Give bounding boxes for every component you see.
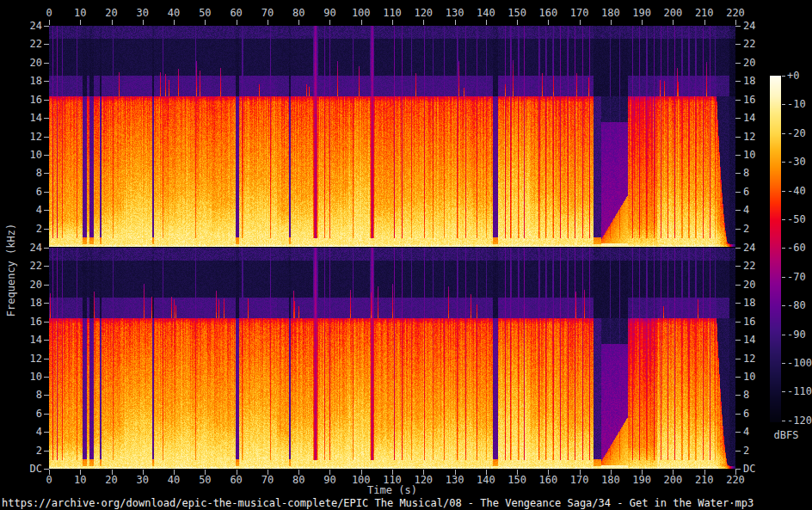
freq-tick-label-left: 12: [30, 353, 42, 364]
freq-tick-left: [44, 377, 49, 378]
freq-tick-label-right: 22: [743, 39, 755, 50]
time-tick-top: [49, 20, 50, 25]
time-tick-label-top: 210: [695, 8, 714, 19]
freq-tick-right: [735, 322, 741, 323]
colorbar-tick: [782, 76, 785, 77]
freq-tick-right: [735, 155, 741, 156]
time-tick-label-top: 0: [46, 8, 52, 19]
colorbar-tick: [782, 191, 785, 192]
time-tick-label-top: 60: [230, 8, 242, 19]
time-tick-top: [143, 20, 144, 25]
freq-tick-left: [44, 192, 49, 193]
time-tick-label-top: 160: [539, 8, 558, 19]
time-tick-label-bottom: 20: [105, 475, 117, 486]
freq-tick-label-left: DC: [30, 464, 42, 475]
time-tick-top: [580, 20, 581, 25]
colorbar-tick-label: +0: [787, 71, 799, 82]
freq-tick-label-right: 14: [743, 335, 755, 346]
time-tick-label-bottom: 180: [601, 475, 620, 486]
freq-tick-left: [44, 229, 49, 230]
freq-tick-left: [44, 100, 49, 101]
freq-tick-label-right: 2: [743, 445, 749, 456]
freq-tick-label-right: 12: [743, 131, 755, 142]
time-tick-top: [455, 20, 456, 25]
freq-tick-right: [735, 395, 741, 396]
freq-tick-right: [735, 303, 741, 304]
freq-tick-label-left: 14: [30, 335, 42, 346]
time-tick-top: [361, 20, 362, 25]
freq-tick-label-right: 18: [743, 76, 755, 87]
freq-tick-left: [44, 63, 49, 64]
freq-tick-label-left: 4: [36, 205, 42, 216]
freq-tick-label-left: 6: [36, 408, 42, 419]
colorbar-tick: [782, 219, 785, 220]
colorbar-tick: [782, 305, 785, 306]
freq-tick-label-right: 14: [743, 113, 755, 124]
freq-tick-label-left: 22: [30, 261, 42, 272]
freq-tick-label-left: 20: [30, 279, 42, 290]
time-tick-top: [237, 20, 237, 25]
colorbar-tick-label: -80: [787, 300, 806, 311]
spectrogram-left-channel: [49, 26, 735, 247]
freq-tick-right: [735, 229, 741, 230]
freq-tick-label-left: 2: [36, 223, 42, 234]
freq-tick-label-left: 4: [36, 427, 42, 438]
freq-tick-label-left: 8: [36, 390, 42, 401]
colorbar-tick: [782, 335, 785, 335]
freq-tick-left: [44, 469, 49, 470]
freq-tick-right: [735, 340, 741, 341]
freq-tick-left: [44, 414, 49, 415]
freq-tick-left: [44, 451, 49, 452]
time-tick-label-bottom: 50: [199, 475, 211, 486]
freq-tick-label-left: 16: [30, 94, 42, 105]
time-tick-label-bottom: 70: [261, 475, 274, 486]
freq-tick-right: [735, 137, 741, 138]
file-url-text: https://archive·org/download/epic-the-mu…: [2, 497, 754, 509]
freq-tick-right: [735, 414, 741, 415]
time-tick-label-bottom: 90: [323, 475, 335, 486]
freq-tick-right: [735, 359, 741, 359]
time-tick-top: [80, 20, 81, 25]
freq-tick-right: [735, 100, 741, 101]
time-tick-label-bottom: 220: [726, 475, 745, 486]
time-tick-label-top: 140: [477, 8, 495, 19]
time-tick-label-bottom: 190: [632, 475, 651, 486]
time-tick-label-top: 200: [664, 8, 683, 19]
freq-tick-label-left: 14: [30, 113, 42, 124]
colorbar-tick-label: -10: [787, 99, 806, 110]
freq-tick-right: [735, 432, 741, 433]
freq-tick-label-right: 6: [743, 408, 749, 419]
colorbar-tick-label: -20: [787, 127, 806, 138]
freq-tick-left: [44, 322, 49, 323]
freq-tick-left: [44, 118, 49, 119]
colorbar-tick-label: -120: [787, 415, 812, 426]
time-tick-label-top: 150: [508, 8, 526, 19]
freq-tick-left: [44, 359, 49, 359]
time-tick-label-bottom: 130: [446, 475, 464, 486]
time-tick-label-top: 70: [261, 8, 274, 19]
freq-tick-label-right: 24: [743, 21, 755, 32]
time-tick-label-top: 90: [323, 8, 335, 19]
freq-tick-right: [735, 377, 741, 378]
time-tick-label-bottom: 200: [664, 475, 683, 486]
colorbar-tick: [782, 104, 785, 105]
freq-tick-label-right: DC: [743, 464, 755, 475]
colorbar-tick-label: -50: [787, 214, 806, 225]
time-tick-top: [174, 20, 175, 25]
freq-tick-label-right: 24: [743, 243, 755, 254]
freq-tick-label-right: 18: [743, 298, 755, 309]
time-tick-label-bottom: 150: [508, 475, 526, 486]
spectrogram-right-channel: [49, 248, 735, 469]
time-tick-label-top: 110: [383, 8, 402, 19]
freq-tick-right: [735, 451, 741, 452]
freq-tick-left: [44, 44, 49, 45]
time-tick-label-top: 190: [632, 8, 651, 19]
freq-tick-left: [44, 285, 49, 286]
freq-tick-right: [735, 44, 741, 45]
time-tick-label-bottom: 0: [46, 475, 52, 486]
freq-tick-left: [44, 432, 49, 433]
freq-tick-label-right: 16: [743, 94, 755, 105]
freq-tick-label-left: 22: [30, 39, 42, 50]
time-tick-top: [392, 20, 393, 25]
time-tick-label-bottom: 40: [168, 475, 180, 486]
